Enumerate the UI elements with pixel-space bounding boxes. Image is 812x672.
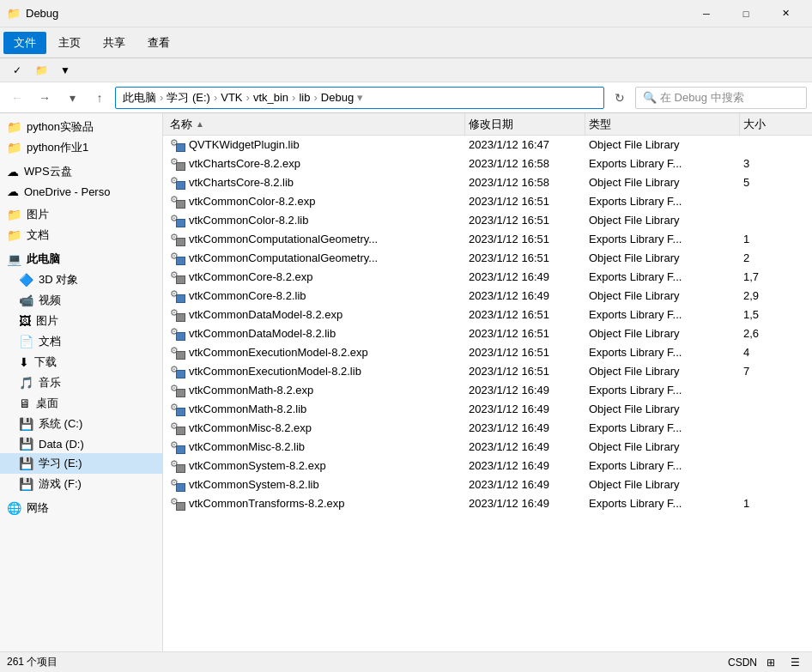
- sidebar-item-wpsdrive[interactable]: ☁ WPS云盘: [0, 161, 162, 182]
- up-button[interactable]: ↑: [88, 86, 112, 110]
- sidebar-item-videos[interactable]: 📹 视频: [0, 290, 162, 311]
- file-name-cell: ⚙ vtkChartsCore-8.2.exp: [167, 157, 465, 171]
- column-headers: 名称 ▲ 修改日期 类型 大小: [163, 113, 812, 136]
- sidebar-item-music[interactable]: 🎵 音乐: [0, 372, 162, 393]
- close-button[interactable]: ✕: [766, 0, 805, 27]
- ribbon-tab-file[interactable]: 文件: [3, 32, 46, 54]
- file-type-cell: Object File Library: [585, 251, 740, 264]
- table-row[interactable]: ⚙ vtkChartsCore-8.2.lib 2023/1/12 16:58 …: [163, 173, 812, 192]
- file-modified: 2023/1/12 16:49: [469, 289, 549, 302]
- table-row[interactable]: ⚙ vtkCommonExecutionModel-8.2.exp 2023/1…: [163, 343, 812, 362]
- qa-folder[interactable]: 📁: [31, 60, 52, 81]
- view-grid-button[interactable]: ⊞: [760, 652, 781, 673]
- table-row[interactable]: ⚙ vtkCommonCore-8.2.lib 2023/1/12 16:49 …: [163, 287, 812, 306]
- file-modified-cell: 2023/1/12 16:49: [465, 270, 585, 283]
- table-row[interactable]: ⚙ vtkCommonColor-8.2.lib 2023/1/12 16:51…: [163, 211, 812, 230]
- col-size[interactable]: 大小: [740, 113, 809, 135]
- file-size: 2: [743, 251, 749, 264]
- sidebar-item-drived[interactable]: 💾 Data (D:): [0, 434, 162, 453]
- title-bar: 📁 Debug ─ □ ✕: [0, 0, 812, 27]
- sidebar-item-documents[interactable]: 📁 文档: [0, 225, 162, 245]
- drive-icon: 💾: [19, 457, 33, 470]
- qa-checkmark[interactable]: ✓: [7, 60, 27, 81]
- search-icon: 🔍: [643, 91, 657, 104]
- file-name-cell: ⚙ vtkCommonMisc-8.2.exp: [167, 421, 465, 435]
- col-name[interactable]: 名称 ▲: [167, 113, 465, 135]
- address-path[interactable]: 此电脑 › 学习 (E:) › VTK › vtk_bin › lib › De…: [115, 87, 604, 109]
- sidebar-item-onedrive[interactable]: ☁ OneDrive - Perso: [0, 182, 162, 201]
- file-name-cell: ⚙ vtkCommonMath-8.2.exp: [167, 384, 465, 397]
- table-row[interactable]: ⚙ vtkCommonTransforms-8.2.exp 2023/1/12 …: [163, 494, 812, 513]
- recent-locations-button[interactable]: ▾: [60, 86, 84, 110]
- sidebar-item-python2[interactable]: 📁 python作业1: [0, 137, 162, 158]
- file-modified: 2023/1/12 16:47: [469, 138, 549, 151]
- search-box[interactable]: 🔍 在 Debug 中搜索: [635, 87, 807, 109]
- file-modified-cell: 2023/1/12 16:49: [465, 497, 585, 510]
- ribbon-tab-share[interactable]: 共享: [93, 32, 136, 54]
- table-row[interactable]: ⚙ vtkCommonExecutionModel-8.2.lib 2023/1…: [163, 362, 812, 381]
- file-modified: 2023/1/12 16:51: [469, 308, 549, 321]
- file-type: Object File Library: [589, 403, 679, 415]
- exp-icon: ⚙: [170, 497, 185, 511]
- path-part-vtk: VTK: [221, 91, 242, 104]
- qa-dropdown[interactable]: ▼: [55, 60, 76, 81]
- forward-button[interactable]: →: [33, 86, 57, 110]
- table-row[interactable]: ⚙ QVTKWidgetPlugin.lib 2023/1/12 16:47 O…: [163, 136, 812, 154]
- file-type-cell: Exports Library F...: [585, 195, 740, 208]
- table-row[interactable]: ⚙ vtkChartsCore-8.2.exp 2023/1/12 16:58 …: [163, 154, 812, 173]
- sidebar-item-pictures[interactable]: 📁 图片: [0, 204, 162, 225]
- sidebar-item-label: OneDrive - Perso: [24, 185, 110, 198]
- file-name: vtkChartsCore-8.2.lib: [189, 176, 294, 189]
- sidebar-item-3d[interactable]: 🔷 3D 对象: [0, 269, 162, 290]
- file-modified: 2023/1/12 16:49: [469, 440, 549, 453]
- file-modified-cell: 2023/1/12 16:49: [465, 403, 585, 415]
- file-modified: 2023/1/12 16:49: [469, 421, 549, 434]
- file-modified-cell: 2023/1/12 16:51: [465, 365, 585, 378]
- table-row[interactable]: ⚙ vtkCommonSystem-8.2.exp 2023/1/12 16:4…: [163, 457, 812, 475]
- sidebar-item-drivec[interactable]: 💾 系统 (C:): [0, 414, 162, 434]
- file-name: vtkCommonComputationalGeometry...: [189, 233, 378, 245]
- branding-label: CSDN: [728, 657, 757, 669]
- table-row[interactable]: ⚙ vtkCommonComputationalGeometry... 2023…: [163, 249, 812, 268]
- back-button[interactable]: ←: [5, 86, 29, 110]
- file-name: vtkCommonComputationalGeometry...: [189, 251, 378, 264]
- sidebar-item-drivef[interactable]: 💾 游戏 (F:): [0, 474, 162, 494]
- file-size-cell: 4: [740, 346, 809, 359]
- onedrive-icon: ☁: [7, 185, 19, 198]
- minimize-button[interactable]: ─: [687, 0, 726, 27]
- table-row[interactable]: ⚙ vtkCommonMath-8.2.exp 2023/1/12 16:49 …: [163, 381, 812, 400]
- table-row[interactable]: ⚙ vtkCommonColor-8.2.exp 2023/1/12 16:51…: [163, 192, 812, 211]
- search-placeholder: 在 Debug 中搜索: [660, 90, 744, 106]
- table-row[interactable]: ⚙ vtkCommonDataModel-8.2.exp 2023/1/12 1…: [163, 306, 812, 324]
- sidebar-item-label: 视频: [39, 293, 61, 308]
- sidebar-item-pics[interactable]: 🖼 图片: [0, 311, 162, 331]
- file-name-cell: ⚙ vtkCommonCore-8.2.lib: [167, 289, 465, 303]
- table-row[interactable]: ⚙ vtkCommonMisc-8.2.exp 2023/1/12 16:49 …: [163, 419, 812, 438]
- table-row[interactable]: ⚙ vtkCommonComputationalGeometry... 2023…: [163, 230, 812, 249]
- table-row[interactable]: ⚙ vtkCommonMisc-8.2.lib 2023/1/12 16:49 …: [163, 438, 812, 457]
- sidebar-item-thispc[interactable]: 💻 此电脑: [0, 249, 162, 269]
- maximize-button[interactable]: □: [726, 0, 766, 27]
- sidebar-item-docs[interactable]: 📄 文档: [0, 331, 162, 352]
- file-type: Exports Library F...: [589, 346, 682, 359]
- sidebar-item-drivee[interactable]: 💾 学习 (E:): [0, 453, 162, 474]
- sidebar-item-network[interactable]: 🌐 网络: [0, 498, 162, 518]
- refresh-button[interactable]: ↻: [608, 86, 632, 110]
- file-name-cell: ⚙ vtkCommonComputationalGeometry...: [167, 233, 465, 246]
- table-row[interactable]: ⚙ vtkCommonSystem-8.2.lib 2023/1/12 16:4…: [163, 475, 812, 494]
- table-row[interactable]: ⚙ vtkCommonMath-8.2.lib 2023/1/12 16:49 …: [163, 400, 812, 419]
- sidebar-item-downloads[interactable]: ⬇ 下载: [0, 352, 162, 372]
- file-modified: 2023/1/12 16:58: [469, 157, 549, 170]
- col-modified[interactable]: 修改日期: [465, 113, 585, 135]
- file-size-cell: 2,6: [740, 327, 809, 340]
- exp-icon: ⚙: [170, 157, 185, 171]
- col-type[interactable]: 类型: [585, 113, 740, 135]
- sidebar-item-desktop[interactable]: 🖥 桌面: [0, 393, 162, 414]
- ribbon-tab-home[interactable]: 主页: [48, 32, 91, 54]
- ribbon-tab-view[interactable]: 查看: [137, 32, 180, 54]
- sidebar-item-python1[interactable]: 📁 python实验品: [0, 117, 162, 137]
- pictures-icon: 🖼: [19, 314, 31, 328]
- view-list-button[interactable]: ☰: [785, 652, 805, 673]
- table-row[interactable]: ⚙ vtkCommonDataModel-8.2.lib 2023/1/12 1…: [163, 324, 812, 343]
- table-row[interactable]: ⚙ vtkCommonCore-8.2.exp 2023/1/12 16:49 …: [163, 268, 812, 287]
